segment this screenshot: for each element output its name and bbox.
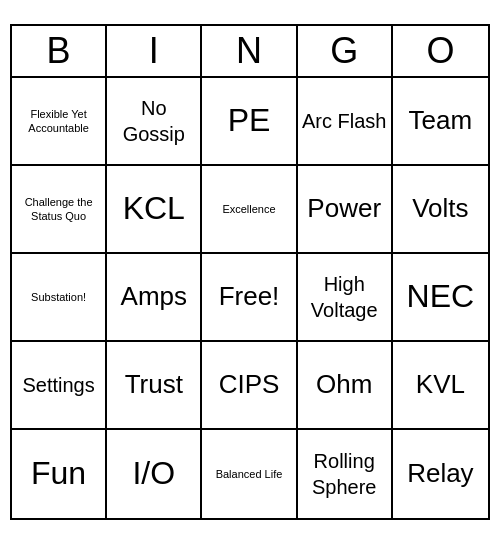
bingo-cell-21[interactable]: I/O [107, 430, 202, 518]
bingo-cell-23[interactable]: Rolling Sphere [298, 430, 393, 518]
bingo-cell-14[interactable]: NEC [393, 254, 488, 342]
bingo-cell-4[interactable]: Team [393, 78, 488, 166]
bingo-cell-9[interactable]: Volts [393, 166, 488, 254]
bingo-cell-16[interactable]: Trust [107, 342, 202, 430]
bingo-card: B I N G O Flexible Yet AccountableNo Gos… [10, 24, 490, 520]
bingo-cell-3[interactable]: Arc Flash [298, 78, 393, 166]
bingo-cell-13[interactable]: High Voltage [298, 254, 393, 342]
bingo-cell-24[interactable]: Relay [393, 430, 488, 518]
bingo-grid: Flexible Yet AccountableNo GossipPEArc F… [10, 76, 490, 520]
header-n: N [202, 26, 297, 76]
bingo-cell-22[interactable]: Balanced Life [202, 430, 297, 518]
bingo-cell-17[interactable]: CIPS [202, 342, 297, 430]
bingo-cell-2[interactable]: PE [202, 78, 297, 166]
header-g: G [298, 26, 393, 76]
bingo-cell-6[interactable]: KCL [107, 166, 202, 254]
bingo-cell-1[interactable]: No Gossip [107, 78, 202, 166]
bingo-cell-15[interactable]: Settings [12, 342, 107, 430]
bingo-header: B I N G O [10, 24, 490, 76]
bingo-cell-7[interactable]: Excellence [202, 166, 297, 254]
bingo-cell-10[interactable]: Substation! [12, 254, 107, 342]
bingo-cell-11[interactable]: Amps [107, 254, 202, 342]
bingo-cell-8[interactable]: Power [298, 166, 393, 254]
bingo-cell-12[interactable]: Free! [202, 254, 297, 342]
bingo-cell-19[interactable]: KVL [393, 342, 488, 430]
header-b: B [12, 26, 107, 76]
bingo-cell-18[interactable]: Ohm [298, 342, 393, 430]
header-o: O [393, 26, 488, 76]
header-i: I [107, 26, 202, 76]
bingo-cell-5[interactable]: Challenge the Status Quo [12, 166, 107, 254]
bingo-cell-20[interactable]: Fun [12, 430, 107, 518]
bingo-cell-0[interactable]: Flexible Yet Accountable [12, 78, 107, 166]
